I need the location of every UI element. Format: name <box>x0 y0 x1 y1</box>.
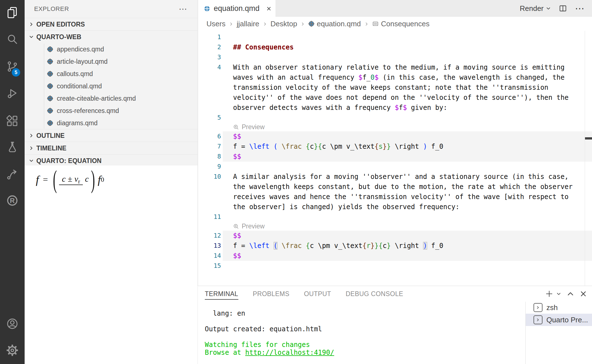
file-item[interactable]: conditional.qmd <box>25 80 198 92</box>
file-name: appendices.qmd <box>57 46 104 53</box>
quarto-file-icon <box>204 5 210 12</box>
panel-tab-debug-console[interactable]: DEBUG CONSOLE <box>346 286 403 302</box>
file-item[interactable]: article-layout.qmd <box>25 55 198 68</box>
editor-line[interactable]: velocity'' of the wave does not depend o… <box>198 93 592 103</box>
codelens-preview-link[interactable]: Preview <box>223 123 592 131</box>
editor-line[interactable]: the wavelength keeps constant, but due t… <box>198 182 592 192</box>
r-extension-icon[interactable]: R <box>6 194 19 207</box>
quarto-file-icon <box>47 83 53 89</box>
account-icon[interactable] <box>6 317 19 330</box>
editor-line[interactable]: 10A similar analysis for a moving ''obse… <box>198 172 592 182</box>
section-outline[interactable]: OUTLINE <box>25 129 198 142</box>
section-label: QUARTO: EQUATION <box>36 157 102 165</box>
chevron-down-icon <box>29 158 34 164</box>
section-quarto-web[interactable]: QUARTO-WEB <box>25 30 198 43</box>
terminal-process-zsh[interactable]: zsh <box>526 301 592 314</box>
line-content: transmission velocity of the wave keeps … <box>223 82 592 93</box>
sidebar-more-actions[interactable]: ⋯ <box>179 8 188 10</box>
tab-equation-qmd[interactable]: equation.qmd <box>198 0 276 17</box>
tab-close-icon[interactable] <box>266 6 272 11</box>
line-content: f = \left ( \frac {c}{c \pm v_\text{s}} … <box>223 141 592 152</box>
section-symbol-icon <box>372 20 379 27</box>
maximize-panel-icon[interactable] <box>567 290 574 297</box>
panel-tab-output[interactable]: OUTPUT <box>304 286 331 302</box>
line-number: 3 <box>198 52 223 62</box>
editor-line[interactable]: 14$$ <box>198 251 592 261</box>
file-item[interactable]: callouts.qmd <box>25 68 198 80</box>
editor-line[interactable]: 4With an observer stationary relative to… <box>198 62 592 72</box>
section-open-editors[interactable]: OPEN EDITORS <box>25 18 198 30</box>
quarto-publish-icon[interactable] <box>6 167 19 181</box>
line-content: With an observer stationary relative to … <box>223 62 592 72</box>
terminal-link[interactable]: http://localhost:4190/ <box>245 349 334 356</box>
close-panel-icon[interactable] <box>580 290 587 297</box>
editor-line[interactable]: 3 <box>198 52 592 62</box>
terminal-output[interactable]: lang: en Output created: equation.html W… <box>205 309 334 356</box>
line-number: 6 <box>198 131 223 141</box>
section-label: OPEN EDITORS <box>36 21 85 28</box>
editor-line[interactable]: receives waves and hence the ''transmiss… <box>198 192 592 202</box>
file-item[interactable]: create-citeable-articles.qmd <box>25 92 198 105</box>
quarto-file-icon <box>308 21 314 27</box>
explorer-icon[interactable] <box>6 6 19 19</box>
chevron-right-icon <box>29 145 34 151</box>
editor-group: equation.qmd Render ⋯ UsersjjallaireDesk… <box>198 0 592 286</box>
line-content: the wavelength keeps constant, but due t… <box>223 182 592 192</box>
equation-preview-pane: f = ( c ± vr c ) f0 <box>25 166 198 364</box>
chevron-right-icon <box>29 133 34 138</box>
editor-line[interactable]: 1 <box>198 32 592 42</box>
overview-ruler[interactable] <box>585 31 585 286</box>
file-name: diagrams.qmd <box>57 119 98 127</box>
editor-line[interactable]: 15 <box>198 261 592 271</box>
file-name: article-layout.qmd <box>57 58 108 65</box>
breadcrumb-item[interactable]: Consequences <box>372 20 429 28</box>
testing-icon[interactable] <box>6 141 19 154</box>
file-tree: appendices.qmdarticle-layout.qmdcallouts… <box>25 43 198 129</box>
editor-code[interactable]: 12## Consequences34With an observer stat… <box>198 31 592 287</box>
breadcrumb-item[interactable]: Desktop <box>271 20 297 28</box>
section-timeline[interactable]: TIMELINE <box>25 142 198 154</box>
line-content <box>223 162 592 172</box>
line-number: 13 <box>198 241 223 251</box>
render-button[interactable]: Render <box>520 4 551 13</box>
chevron-right-icon <box>263 22 267 26</box>
new-terminal-icon[interactable] <box>545 290 553 298</box>
editor-line[interactable]: 7f = \left ( \frac {c}{c \pm v_\text{s}}… <box>198 141 592 152</box>
line-number <box>198 103 223 113</box>
run-debug-icon[interactable] <box>6 86 19 100</box>
editor-line[interactable]: 8$$ <box>198 152 592 162</box>
settings-gear-icon[interactable] <box>6 344 19 357</box>
file-name: create-citeable-articles.qmd <box>57 95 136 102</box>
editor-line[interactable]: 13f = \left ( \frac {c \pm v_\text{r}}{c… <box>198 241 592 251</box>
file-item[interactable]: cross-references.qmd <box>25 105 198 117</box>
editor-line[interactable]: 12$$ <box>198 231 592 241</box>
editor-line[interactable]: 11 <box>198 212 592 222</box>
explorer-sidebar: EXPLORER ⋯ OPEN EDITORS QUARTO-WEB appen… <box>25 0 198 364</box>
line-content <box>223 32 592 42</box>
terminal-dropdown-icon[interactable] <box>556 291 561 296</box>
split-editor-icon[interactable] <box>559 4 567 13</box>
editor-line[interactable]: the observer] is changed) yields the obs… <box>198 202 592 212</box>
file-item[interactable]: diagrams.qmd <box>25 117 198 129</box>
editor-line[interactable]: 5 <box>198 113 592 123</box>
breadcrumb-item[interactable]: jjallaire <box>237 20 259 28</box>
editor-line[interactable]: 2## Consequences <box>198 42 592 52</box>
search-icon[interactable] <box>6 32 19 46</box>
terminal-instance-icon <box>534 303 542 312</box>
breadcrumb-item[interactable]: Users <box>206 20 225 28</box>
breadcrumb-item[interactable]: equation.qmd <box>308 20 361 28</box>
editor-line[interactable]: observer detects waves with a frequency … <box>198 103 592 113</box>
editor-more-actions[interactable]: ⋯ <box>575 7 585 10</box>
breadcrumb: UsersjjallaireDesktopequation.qmdConsequ… <box>198 17 592 31</box>
terminal-process-quartopre[interactable]: Quarto Pre... <box>526 314 592 326</box>
codelens-preview-link[interactable]: Preview <box>223 222 592 231</box>
editor-line[interactable]: 6$$ <box>198 131 592 141</box>
editor-line[interactable]: waves with an actual frequency $f_0$ (in… <box>198 72 592 82</box>
editor-line[interactable]: transmission velocity of the wave keeps … <box>198 82 592 93</box>
editor-line[interactable]: 9 <box>198 162 592 172</box>
line-number: 10 <box>198 172 223 182</box>
extensions-icon[interactable] <box>6 114 19 128</box>
panel-tab-terminal[interactable]: TERMINAL <box>205 286 238 302</box>
panel-tab-problems[interactable]: PROBLEMS <box>253 286 290 302</box>
file-item[interactable]: appendices.qmd <box>25 43 198 55</box>
